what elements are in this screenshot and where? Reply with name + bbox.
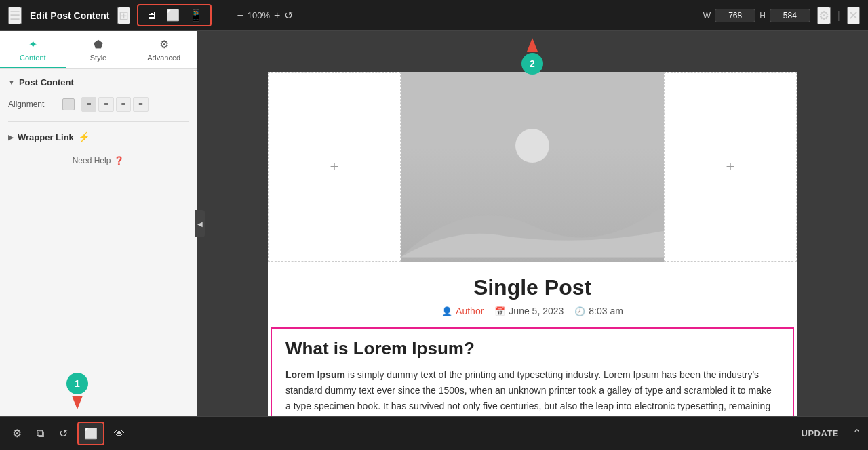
top-bar: ☰ Edit Post Content ⊞ 🖥 ⬜ 📱 − 100% + ↺ W… [0,0,868,31]
undo-button[interactable]: ↺ [284,9,293,22]
editor-title: Edit Post Content [30,10,109,21]
history-button[interactable]: ↺ [54,423,73,444]
sidebar-content: ▼ Post Content Alignment ≡ ≡ ≡ ≡ ▶ Wrapp… [0,69,197,416]
canvas-area: 2 + + [197,31,868,416]
bottom-toolbar: ⚙ ⧉ ↺ ⬜ 👁 UPDATE ⌃ [0,416,868,450]
grid-icon-button[interactable]: ⊞ [117,7,130,24]
height-label: H [760,11,766,20]
post-body-title: What is Lorem Ipsum? [285,329,779,359]
settings-button[interactable]: ⚙ [817,7,831,24]
desktop-view-button[interactable]: 🖥 [142,8,160,23]
zoom-in-button[interactable]: + [274,9,280,22]
post-body: What is Lorem Ipsum? Lorem Ipsum is simp… [271,327,794,416]
author-icon: 👤 [441,306,452,316]
add-left-icon: + [330,158,339,176]
help-icon: ❓ [114,156,124,165]
responsive-button[interactable]: ⬜ [77,422,104,445]
device-switcher: 🖥 ⬜ 📱 [137,4,212,26]
layers-button[interactable]: ⧉ [31,424,50,444]
collapse-handle[interactable]: ◀ [195,210,205,237]
content-tab-label: Content [20,54,46,62]
main-layout: ✦ Content ⬟ Style ⚙ Advanced ▼ Post Cont… [0,31,868,416]
alignment-buttons: ≡ ≡ ≡ ≡ [81,97,149,112]
align-justify-button[interactable]: ≡ [133,97,148,112]
close-button[interactable]: ✕ [847,7,860,24]
section-arrow-icon: ▼ [8,79,15,86]
top-bar-right: W H ⚙ | ✕ [703,7,860,24]
align-right-button[interactable]: ≡ [116,97,131,112]
annotation-2-arrow-up [527,38,538,52]
zoom-level: 100% [248,10,270,20]
dimensions-inputs: W H [703,9,810,22]
update-button[interactable]: UPDATE [792,424,848,443]
image-col-right[interactable]: + [664,72,797,262]
image-col-main [401,72,664,262]
need-help-label: Need Help [73,156,111,165]
post-content-section-header[interactable]: ▼ Post Content [8,77,189,87]
eye-button[interactable]: 👁 [108,424,130,444]
style-tab-icon: ⬟ [94,38,103,51]
post-body-text: Lorem Ipsum is simply dummy text of the … [285,367,779,416]
mountain-svg [401,148,664,262]
zoom-out-button[interactable]: − [237,9,243,22]
need-help[interactable]: Need Help ❓ [8,156,189,165]
wrapper-arrow-icon: ▶ [8,134,14,141]
tab-style[interactable]: ⬟ Style [66,31,132,68]
time-icon: 🕗 [574,306,585,316]
advanced-tab-label: Advanced [147,54,180,62]
tablet-view-button[interactable]: ⬜ [163,7,183,23]
height-input[interactable] [770,9,810,22]
annotation-2: 2 [521,38,543,75]
wrapper-link-row[interactable]: ▶ Wrapper Link ⚡ [8,131,189,142]
tab-advanced[interactable]: ⚙ Advanced [131,31,197,68]
style-tab-label: Style [90,54,106,62]
date-text: June 5, 2023 [509,306,564,316]
mobile-view-button[interactable]: 📱 [186,7,206,23]
author-text: Author [456,306,484,316]
alignment-label: Alignment [8,100,56,109]
post-content-label: Post Content [19,77,74,87]
annotation-2-circle: 2 [521,53,543,75]
add-right-icon: + [726,158,735,176]
meta-author: 👤 Author [441,306,484,316]
post-meta: 👤 Author 📅 June 5, 2023 🕗 8:03 am [268,306,797,316]
date-icon: 📅 [494,306,505,316]
sidebar-tabs: ✦ Content ⬟ Style ⚙ Advanced [0,31,197,69]
divider [224,7,224,24]
lorem-ipsum-bold: Lorem Ipsum [285,369,345,380]
meta-time: 🕗 8:03 am [574,306,623,316]
content-tab-icon: ✦ [28,38,37,51]
post-body-rest: is simply dummy text of the printing and… [285,369,772,416]
placeholder-image [401,72,664,262]
chevron-up-button[interactable]: ⌃ [852,427,861,440]
alignment-icon [62,98,75,110]
post-canvas: + + Single Post [268,72,797,416]
width-label: W [703,11,711,20]
top-bar-left: ☰ Edit Post Content ⊞ [8,7,130,24]
image-col-left[interactable]: + [268,72,401,262]
image-row: + + [268,72,797,262]
zoom-controls: − 100% + ↺ [237,9,293,22]
post-title: Single Post [268,262,797,306]
section-divider [8,121,189,122]
advanced-tab-icon: ⚙ [159,38,169,51]
tab-content[interactable]: ✦ Content [0,31,66,68]
alignment-row: Alignment ≡ ≡ ≡ ≡ [8,97,189,112]
dynamic-link-icon: ⚡ [78,131,90,142]
sidebar: ✦ Content ⬟ Style ⚙ Advanced ▼ Post Cont… [0,31,197,416]
hamburger-button[interactable]: ☰ [8,7,22,24]
settings-bottom-button[interactable]: ⚙ [7,423,27,444]
align-left-button[interactable]: ≡ [81,97,96,112]
width-input[interactable] [715,9,755,22]
meta-date: 📅 June 5, 2023 [494,306,564,316]
wrapper-link-label: Wrapper Link [18,132,74,142]
time-text: 8:03 am [589,306,623,316]
divider-settings: | [837,9,840,22]
align-center-button[interactable]: ≡ [98,97,113,112]
